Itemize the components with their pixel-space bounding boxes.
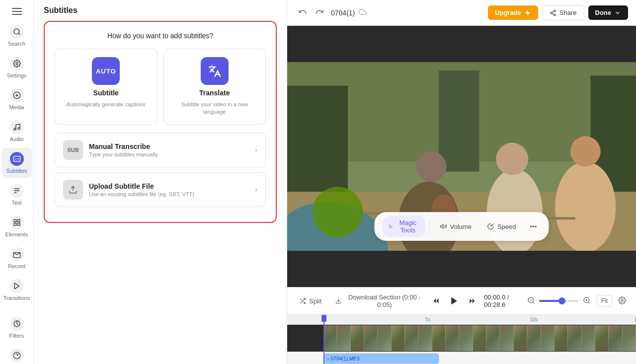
zoom-slider[interactable]	[539, 300, 579, 302]
download-section-label: Download Section (0:00 - 0:05)	[345, 293, 424, 308]
magic-tools-button[interactable]: Magic Tools	[383, 216, 426, 237]
sidebar-item-filters-label: Filters	[9, 333, 24, 339]
sidebar-item-settings[interactable]: Settings	[2, 53, 32, 82]
sidebar-item-media[interactable]: Media	[2, 84, 32, 114]
subtitle-manual-icon-text: SUB	[67, 147, 79, 153]
subtitle-manual-text: Manual Transcribe Type your subtitles ma…	[89, 143, 249, 157]
thumbnail-3	[351, 325, 364, 351]
share-button[interactable]: Share	[542, 5, 584, 20]
play-button[interactable]	[446, 293, 462, 309]
total-time: 00:28.6	[484, 301, 505, 308]
subtitle-manual-item[interactable]: SUB Manual Transcribe Type your subtitle…	[55, 133, 266, 167]
playhead-head	[321, 315, 326, 322]
thumbnail-19	[568, 325, 581, 351]
sidebar-item-settings-label: Settings	[7, 73, 27, 78]
timeline-area: 5s 10s 15s 20s 25s	[287, 314, 636, 364]
audio-clip[interactable]: ♪ 0704(1).MP3	[323, 354, 439, 364]
svg-rect-7	[17, 219, 20, 222]
svg-rect-6	[14, 219, 16, 222]
search-icon	[10, 25, 24, 39]
audio-track: ♪ 0704(1).MP3	[287, 352, 636, 364]
file-name: 0704(1)	[331, 9, 355, 17]
record-icon	[10, 247, 24, 261]
volume-button[interactable]: Volume	[434, 220, 477, 233]
subtitle-translate-option[interactable]: Translate Subtitle your video in a new l…	[163, 49, 266, 125]
timeline-ruler: 5s 10s 15s 20s 25s	[287, 315, 636, 325]
upload-chevron-icon: ›	[255, 185, 257, 194]
sidebar-item-elements-label: Elements	[5, 231, 28, 237]
magic-tools-bar: Magic Tools Volume Speed	[375, 212, 549, 241]
more-tools-button[interactable]: •••	[526, 221, 541, 232]
subtitle-manual-desc: Type your subtitles manually	[89, 151, 249, 157]
thumbnail-2	[337, 325, 350, 351]
thumbnail-5	[378, 325, 391, 351]
svg-point-16	[554, 14, 556, 16]
subtitles-icon	[10, 152, 24, 166]
subtitles-panel: Subtitles How do you want to add subtitl…	[34, 0, 287, 364]
panel-title: Subtitles	[34, 0, 287, 21]
svg-line-18	[552, 11, 554, 12]
sidebar: Search Settings Media	[0, 0, 34, 364]
time-separator: /	[507, 293, 509, 301]
share-label: Share	[559, 9, 577, 16]
done-button[interactable]: Done	[588, 5, 629, 20]
svg-point-3	[14, 128, 16, 130]
thumbnail-12	[473, 325, 486, 351]
sidebar-item-audio[interactable]: Audio	[2, 116, 32, 146]
sidebar-item-search[interactable]: Search	[2, 21, 32, 51]
hamburger-menu[interactable]	[8, 4, 26, 19]
sidebar-item-help[interactable]	[2, 345, 32, 364]
magic-tools-label: Magic Tools	[396, 219, 420, 234]
svg-point-26	[416, 151, 446, 182]
rewind-button[interactable]	[428, 293, 444, 309]
ruler-tick-15s: 15s	[634, 317, 636, 322]
svg-point-1	[16, 63, 18, 65]
sidebar-item-transitions[interactable]: Transitions	[2, 275, 32, 305]
help-icon	[10, 349, 24, 363]
undo-redo-controls	[295, 5, 327, 20]
sidebar-item-search-label: Search	[8, 41, 25, 47]
split-button[interactable]: Split	[295, 295, 325, 307]
fit-button[interactable]: Fit	[597, 295, 612, 307]
redo-button[interactable]	[312, 5, 327, 20]
hamburger-icon[interactable]	[12, 8, 22, 15]
svg-point-0	[14, 29, 19, 34]
zoom-out-button[interactable]	[525, 294, 537, 308]
subtitle-auto-option[interactable]: AUTO Subtitle Automagically generate cap…	[55, 49, 158, 125]
sidebar-item-subtitles[interactable]: Subtitles	[2, 148, 32, 178]
elements-icon	[10, 216, 24, 229]
audio-icon	[10, 120, 24, 134]
upgrade-label: Upgrade	[495, 9, 521, 16]
download-section-button[interactable]: Download Section (0:00 - 0:05)	[331, 291, 428, 310]
panel-content: How do you want to add subtitles? AUTO S…	[34, 21, 287, 364]
thumbnail-1	[323, 325, 337, 351]
svg-point-15	[551, 12, 553, 14]
speed-button[interactable]: Speed	[481, 220, 522, 233]
ruler-tick-10s: 10s	[530, 317, 538, 322]
sidebar-item-record[interactable]: Record	[2, 243, 32, 273]
thumbnail-22	[609, 325, 622, 351]
timeline-settings-button[interactable]	[616, 294, 628, 308]
top-bar-right: Upgrade Share Done	[488, 5, 628, 20]
transitions-icon	[10, 279, 24, 293]
split-label: Split	[309, 297, 321, 305]
undo-button[interactable]	[295, 5, 310, 20]
svg-marker-36	[441, 224, 443, 228]
svg-rect-9	[14, 223, 16, 225]
sidebar-item-filters[interactable]: Filters	[2, 313, 32, 343]
zoom-in-button[interactable]	[581, 294, 593, 308]
text-icon	[10, 184, 24, 198]
sidebar-item-record-label: Record	[8, 263, 25, 269]
tool-separator-1	[430, 221, 430, 231]
top-bar-left: 0704(1)	[295, 5, 367, 20]
thumbnail-4	[364, 325, 378, 351]
subtitle-upload-item[interactable]: Upload Subtitle File Use an existing sub…	[55, 172, 266, 207]
svg-point-4	[18, 128, 20, 130]
thumbnail-11	[459, 325, 473, 351]
sidebar-item-elements[interactable]: Elements	[2, 212, 32, 241]
sidebar-item-text[interactable]: Text	[2, 180, 32, 210]
right-area: 0704(1) Upgrade	[287, 0, 636, 364]
upgrade-button[interactable]: Upgrade	[488, 5, 538, 20]
fast-forward-button[interactable]	[464, 293, 480, 309]
thumbnail-15	[514, 325, 527, 351]
